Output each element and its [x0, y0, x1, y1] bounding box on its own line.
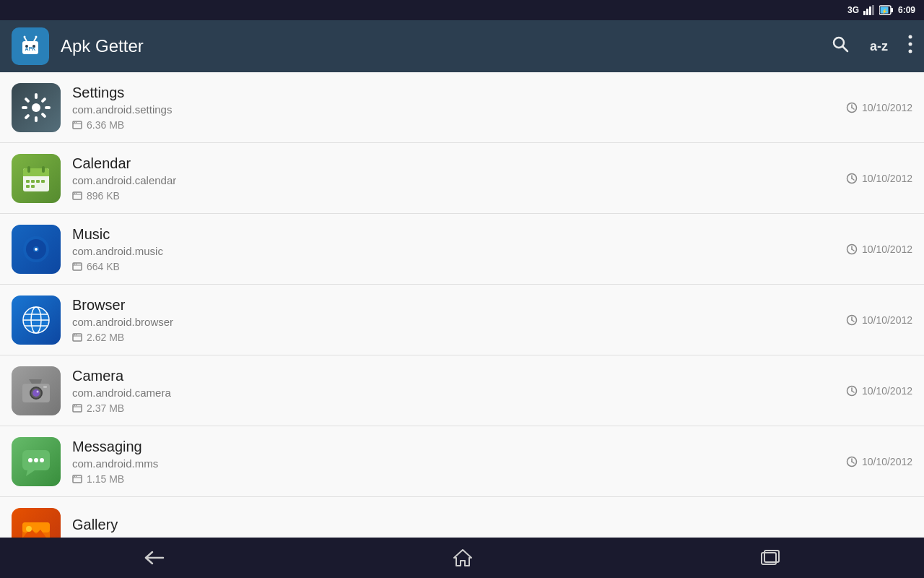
svg-line-36: [852, 108, 854, 109]
app-info: Gallery com.android.gallery: [72, 517, 912, 538]
app-title: Apk Getter: [61, 36, 819, 56]
svg-marker-110: [454, 550, 471, 566]
app-icon-settings: [12, 83, 61, 132]
sort-az-button[interactable]: a-z: [870, 39, 888, 54]
app-date: 10/10/2012: [846, 385, 912, 397]
svg-rect-0: [863, 11, 866, 15]
svg-rect-45: [41, 180, 45, 183]
clock-icon: [846, 385, 858, 397]
svg-point-83: [32, 389, 40, 397]
svg-point-97: [40, 458, 44, 462]
svg-rect-27: [24, 113, 30, 119]
svg-point-74: [74, 334, 75, 335]
svg-rect-44: [36, 180, 40, 183]
app-icon-messaging: [12, 437, 61, 486]
svg-marker-94: [26, 470, 35, 476]
svg-point-88: [74, 405, 75, 405]
signal-icon: [863, 5, 875, 15]
app-package: com.android.calendar: [72, 174, 846, 186]
app-info: Messaging com.android.mms 1.15 MB: [72, 439, 846, 485]
more-options-button[interactable]: [908, 35, 912, 58]
app-date-text: 10/10/2012: [862, 243, 912, 255]
svg-rect-41: [42, 166, 45, 173]
recent-apps-button[interactable]: [731, 544, 809, 571]
svg-rect-26: [40, 97, 46, 103]
app-size: 2.37 MB: [87, 402, 124, 414]
svg-rect-43: [31, 180, 35, 183]
svg-text:APK: APK: [25, 46, 36, 51]
app-info: Browser com.android.browser 2.62 MB: [72, 297, 846, 343]
app-size-meta: 2.37 MB: [72, 402, 846, 414]
svg-rect-22: [35, 93, 38, 99]
app-info: Camera com.android.camera 2.37 MB: [72, 368, 846, 414]
svg-rect-23: [35, 116, 38, 122]
storage-icon: [72, 332, 82, 342]
list-item[interactable]: Camera com.android.camera 2.37 MB 10/10/…: [0, 355, 924, 426]
app-size-meta: 1.15 MB: [72, 473, 846, 485]
app-date-text: 10/10/2012: [862, 102, 912, 113]
home-button[interactable]: [424, 543, 502, 573]
svg-line-13: [34, 38, 36, 41]
list-item[interactable]: Browser com.android.browser 2.62 MB 10/1…: [0, 285, 924, 355]
svg-point-61: [74, 263, 75, 264]
svg-rect-25: [22, 106, 27, 109]
list-item[interactable]: Gallery com.android.gallery: [0, 497, 924, 538]
app-info: Music com.android.music 664 KB: [72, 226, 846, 272]
app-list: Settings com.android.settings 6.36 MB 10…: [0, 72, 924, 538]
svg-rect-3: [872, 5, 874, 15]
app-size-meta: 6.36 MB: [72, 119, 846, 131]
svg-point-89: [76, 405, 77, 405]
action-bar: APK Apk Getter a-z: [0, 20, 924, 72]
signal-text: 3G: [847, 5, 859, 15]
app-size: 664 KB: [87, 261, 120, 272]
svg-rect-46: [26, 185, 30, 188]
svg-point-12: [24, 36, 26, 38]
app-date: 10/10/2012: [846, 314, 912, 326]
svg-point-100: [74, 475, 75, 476]
app-package: com.android.browser: [72, 316, 846, 328]
battery-icon: ⚡: [879, 5, 894, 15]
app-date: 10/10/2012: [846, 102, 912, 113]
svg-point-50: [74, 192, 75, 193]
svg-point-19: [909, 43, 912, 46]
svg-point-32: [74, 121, 75, 122]
list-item[interactable]: Settings com.android.settings 6.36 MB 10…: [0, 72, 924, 143]
svg-marker-80: [29, 379, 42, 384]
svg-point-95: [28, 458, 32, 462]
app-name: Music: [72, 226, 846, 243]
app-name: Gallery: [72, 517, 912, 533]
app-package: com.android.settings: [72, 103, 846, 116]
back-button[interactable]: [115, 544, 194, 571]
search-button[interactable]: [831, 35, 850, 58]
svg-rect-40: [27, 166, 30, 173]
app-name: Messaging: [72, 439, 846, 455]
app-size: 896 KB: [87, 190, 120, 202]
svg-point-21: [32, 103, 40, 112]
clock-icon: [846, 173, 858, 184]
clock-icon: [846, 243, 858, 255]
app-icon: APK: [12, 27, 49, 65]
app-size-meta: 2.62 MB: [72, 332, 846, 343]
app-size-meta: 664 KB: [72, 261, 846, 272]
list-item[interactable]: Messaging com.android.mms 1.15 MB 10/10/…: [0, 426, 924, 497]
app-size-meta: 896 KB: [72, 190, 846, 202]
svg-rect-42: [26, 180, 30, 183]
app-date: 10/10/2012: [846, 456, 912, 467]
svg-point-20: [909, 50, 912, 53]
clock-icon: [846, 102, 858, 113]
svg-point-108: [26, 526, 32, 532]
list-item[interactable]: Music com.android.music 664 KB 10/10/201…: [0, 214, 924, 285]
svg-point-18: [909, 35, 912, 39]
list-item[interactable]: Calendar com.android.calendar 896 KB 10/…: [0, 143, 924, 214]
app-icon-music: [12, 225, 61, 274]
app-date-text: 10/10/2012: [862, 385, 912, 397]
app-name: Settings: [72, 85, 846, 101]
apk-getter-icon: APK: [17, 33, 44, 60]
svg-rect-47: [31, 185, 35, 188]
storage-icon: [72, 120, 82, 130]
svg-line-17: [842, 47, 847, 52]
clock-icon: [846, 314, 858, 326]
svg-line-92: [852, 391, 854, 392]
svg-line-65: [852, 249, 854, 251]
time-text: 6:09: [898, 5, 915, 15]
